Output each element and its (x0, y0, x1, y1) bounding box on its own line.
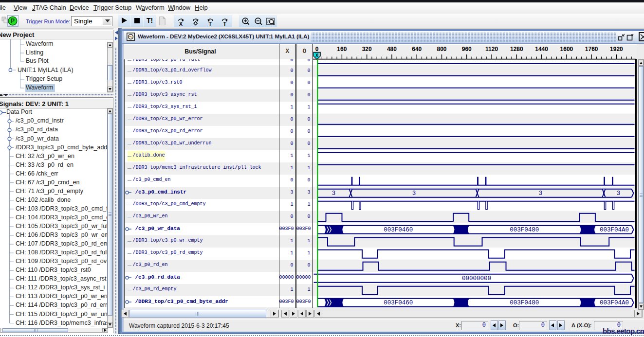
svg-text:T: T (208, 20, 212, 26)
svg-text:480: 480 (387, 46, 397, 53)
svg-text:003F0460: 003F0460 (384, 300, 413, 307)
svg-text:1120: 1120 (485, 46, 498, 53)
svg-text:00000000: 00000000 (462, 276, 491, 283)
svg-text:P: P (11, 18, 15, 24)
svg-text:003F0480: 003F0480 (510, 300, 539, 307)
svg-text:3: 3 (412, 191, 416, 197)
svg-text:003F0480: 003F0480 (510, 227, 539, 234)
svg-text:1440: 1440 (535, 46, 548, 53)
svg-text:3: 3 (332, 191, 336, 197)
svg-text:320: 320 (362, 46, 372, 53)
svg-text:640: 640 (412, 46, 422, 53)
svg-text:0: 0 (315, 46, 319, 53)
svg-text:003F04A0: 003F04A0 (600, 227, 629, 234)
svg-text:3: 3 (617, 191, 621, 197)
svg-text:T: T (223, 20, 226, 26)
svg-text:800: 800 (437, 46, 446, 53)
svg-text:X: X (179, 20, 183, 26)
svg-text:1280: 1280 (510, 46, 523, 53)
svg-text:X: X (315, 53, 318, 58)
svg-text:160: 160 (337, 46, 347, 53)
svg-text:960: 960 (462, 46, 472, 53)
svg-text:003F0460: 003F0460 (384, 227, 413, 234)
svg-text:1920: 1920 (610, 46, 623, 53)
svg-text:1600: 1600 (560, 46, 573, 53)
svg-text:3: 3 (539, 191, 543, 197)
svg-text:003F04A0: 003F04A0 (600, 300, 629, 307)
svg-text:1760: 1760 (585, 46, 598, 53)
